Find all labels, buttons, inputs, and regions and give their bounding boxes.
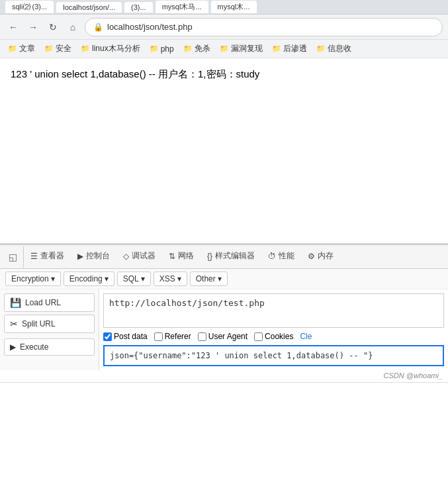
folder-icon: 📁	[150, 44, 159, 53]
page-text: 123 ' union select 1,database() -- 用户名：1…	[11, 66, 437, 82]
user-agent-option[interactable]: User Agent	[198, 332, 247, 341]
console-icon: ▶	[77, 252, 83, 261]
tab-console[interactable]: ▶ 控制台	[71, 246, 116, 267]
execute-button[interactable]: ▶ Execute	[4, 338, 95, 356]
tab-memory[interactable]: ⚙ 内存	[301, 246, 340, 267]
tab-debugger[interactable]: ◇ 调试器	[116, 246, 162, 267]
debugger-icon: ◇	[123, 252, 129, 261]
tab-inspector[interactable]: ☰ 查看器	[24, 246, 71, 267]
folder-icon: 📁	[183, 44, 193, 53]
bookmark-label: php	[161, 44, 174, 54]
back-button[interactable]: ←	[5, 19, 21, 35]
hackbar: Encryption ▾ Encoding ▾ SQL ▾ XSS ▾ Othe…	[0, 269, 448, 383]
browser-nav: ← → ↻ ⌂ 🔒 localhost/json/test.php	[0, 15, 448, 40]
bookmark-label: 安全	[56, 43, 71, 54]
folder-icon: 📁	[8, 44, 17, 53]
network-icon: ⇅	[169, 252, 175, 261]
bookmark-label: 免杀	[195, 43, 210, 54]
devtools-main-icon[interactable]: ◱	[3, 246, 24, 268]
bookmark-linux[interactable]: 📁 linux木马分析	[77, 42, 144, 56]
tab-mysql1[interactable]: mysql木马...	[156, 1, 208, 13]
bookmark-label: 漏洞复现	[231, 43, 263, 54]
style-editor-icon: {}	[207, 252, 212, 261]
bookmark-label: 后渗透	[283, 43, 307, 54]
bookmark-security[interactable]: 📁 安全	[40, 42, 75, 56]
folder-icon: 📁	[44, 44, 54, 53]
performance-icon: ⏱	[268, 252, 276, 261]
bookmark-article[interactable]: 📁 文章	[4, 42, 39, 56]
folder-icon: 📁	[316, 44, 326, 53]
menu-encryption[interactable]: Encryption ▾	[5, 272, 61, 286]
folder-icon: 📁	[220, 44, 229, 53]
hackbar-options: Post data Referer User Agent Cookies C	[103, 332, 444, 341]
split-url-button[interactable]: ✂ Split URL	[4, 315, 95, 333]
bookmark-post-pentest[interactable]: 📁 后渗透	[268, 42, 311, 56]
hackbar-body: 💾 Load URL ✂ Split URL ▶ Execute http://…	[0, 289, 448, 370]
sql-arrow-icon: ▾	[141, 274, 145, 283]
csdn-watermark: CSDN @whoami_	[0, 370, 448, 382]
bookmark-php[interactable]: 📁 php	[146, 43, 178, 55]
tab-localhost[interactable]: localhost/json/...	[56, 2, 122, 13]
url-input[interactable]: http://localhost/json/test.php	[103, 293, 444, 328]
tab-3[interactable]: (3)...	[124, 2, 153, 13]
lock-icon: 🔒	[93, 23, 103, 32]
page-content-area: 123 ' union select 1,database() -- 用户名：1…	[0, 58, 448, 244]
hackbar-sidebar: 💾 Load URL ✂ Split URL ▶ Execute	[0, 289, 99, 370]
address-bar[interactable]: 🔒 localhost/json/test.php	[85, 18, 443, 36]
memory-icon: ⚙	[308, 252, 315, 261]
tab-sqli[interactable]: sqli⑵ (3)...	[5, 1, 54, 13]
tab-style-editor[interactable]: {} 样式编辑器	[201, 246, 261, 267]
cookies-option[interactable]: Cookies	[254, 332, 293, 341]
encryption-arrow-icon: ▾	[51, 274, 55, 283]
execute-icon: ▶	[10, 342, 16, 352]
menu-xss[interactable]: XSS ▾	[154, 272, 187, 286]
tab-mysql2[interactable]: mysql木...	[211, 1, 257, 13]
browser-tabs-bar: sqli⑵ (3)... localhost/json/... (3)... m…	[0, 0, 448, 15]
bookmark-bypass[interactable]: 📁 免杀	[179, 42, 214, 56]
forward-button[interactable]: →	[25, 19, 41, 35]
referer-checkbox[interactable]	[154, 332, 163, 341]
clear-link[interactable]: Cle	[300, 332, 312, 341]
bookmark-info[interactable]: 📁 信息收	[312, 42, 355, 56]
tab-performance[interactable]: ⏱ 性能	[261, 246, 301, 267]
post-data-option[interactable]: Post data	[103, 332, 148, 341]
folder-icon: 📁	[272, 44, 281, 53]
bookmark-label: linux木马分析	[92, 43, 140, 54]
folder-icon: 📁	[81, 44, 90, 53]
menu-sql[interactable]: SQL ▾	[117, 272, 151, 286]
inspector-icon: ☰	[30, 252, 38, 261]
hackbar-menu-bar: Encryption ▾ Encoding ▾ SQL ▾ XSS ▾ Othe…	[0, 269, 448, 289]
post-data-checkbox[interactable]	[103, 332, 112, 341]
menu-encoding[interactable]: Encoding ▾	[64, 272, 114, 286]
xss-arrow-icon: ▾	[177, 274, 181, 283]
load-url-button[interactable]: 💾 Load URL	[4, 293, 95, 312]
bookmarks-bar: 📁 文章 📁 安全 📁 linux木马分析 📁 php 📁 免杀 📁 漏洞复现 …	[0, 40, 448, 58]
address-text: localhost/json/test.php	[107, 22, 434, 32]
tab-network[interactable]: ⇅ 网络	[162, 246, 201, 267]
menu-other[interactable]: Other ▾	[190, 272, 228, 286]
hackbar-main: http://localhost/json/test.php Post data…	[99, 289, 448, 370]
devtools-tabs: ◱ ☰ 查看器 ▶ 控制台 ◇ 调试器 ⇅ 网络 {} 样式编辑器 ⏱ 性能 ⚙…	[0, 245, 448, 269]
bookmark-label: 文章	[19, 43, 35, 54]
bookmark-label: 信息收	[328, 43, 351, 54]
load-url-icon: 💾	[10, 297, 21, 308]
referer-option[interactable]: Referer	[154, 332, 191, 341]
post-data-input[interactable]	[103, 345, 444, 366]
bookmark-vuln[interactable]: 📁 漏洞复现	[216, 42, 267, 56]
home-button[interactable]: ⌂	[65, 19, 81, 35]
encoding-arrow-icon: ▾	[105, 274, 109, 283]
split-url-icon: ✂	[10, 319, 18, 329]
cookies-checkbox[interactable]	[254, 332, 263, 341]
devtools-panel: ◱ ☰ 查看器 ▶ 控制台 ◇ 调试器 ⇅ 网络 {} 样式编辑器 ⏱ 性能 ⚙…	[0, 244, 448, 383]
refresh-button[interactable]: ↻	[45, 19, 61, 35]
other-arrow-icon: ▾	[218, 274, 222, 283]
user-agent-checkbox[interactable]	[198, 332, 206, 341]
